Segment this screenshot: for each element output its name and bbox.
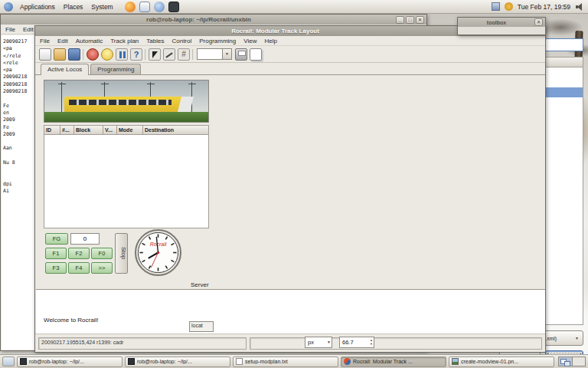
server-log-area[interactable]: Welcome to Rocrail! <box>36 289 545 334</box>
workspace-2[interactable] <box>572 357 585 366</box>
column-header-label: Block <box>76 127 90 133</box>
status-cell <box>250 337 542 350</box>
top-panel: ApplicationsPlacesSystem Tue Feb 17, 19:… <box>0 0 588 14</box>
copy-icon[interactable] <box>250 48 262 61</box>
notification-icon[interactable] <box>505 2 513 11</box>
show-desktop-icon[interactable] <box>2 356 15 366</box>
menu-item[interactable]: Edit <box>23 26 34 33</box>
menu-item[interactable]: File <box>5 26 15 33</box>
minimize-icon[interactable]: _ <box>396 16 404 24</box>
rocrail-statusbar: 20090217.195515,424 r1399: cadr <box>35 334 545 352</box>
taskbar-item-label: Rocrail: Modular Track ... <box>353 359 413 364</box>
spinner-arrows-icon: ▲▼ <box>370 338 373 346</box>
function-button[interactable]: F3 <box>45 262 67 274</box>
menu-item[interactable]: Track plan <box>110 38 139 44</box>
photo-grass <box>44 112 208 122</box>
column-header[interactable]: ID <box>44 125 60 135</box>
save-icon[interactable] <box>68 48 80 61</box>
menu-item[interactable]: Automatic <box>76 38 103 44</box>
fg-button[interactable]: FG <box>45 233 68 245</box>
terminal-icon <box>20 358 27 365</box>
desktop-screen: rob@rob-laptop: ~/lp/Rocrail/unxbin _ □ … <box>0 0 588 368</box>
panel-clock[interactable]: Tue Feb 17, 19:59 <box>518 3 570 11</box>
unit-combobox[interactable]: px ▼ <box>305 337 332 348</box>
workspace-switcher[interactable] <box>558 356 586 366</box>
lamp-icon[interactable] <box>101 48 113 61</box>
function-button[interactable]: >> <box>91 262 113 274</box>
column-header-label: Destination <box>145 127 174 133</box>
column-header-label: Mode <box>119 127 132 133</box>
new-icon[interactable] <box>39 48 51 61</box>
track-icon[interactable] <box>163 48 175 61</box>
terminal-launcher-icon[interactable] <box>168 2 179 12</box>
function-button-label: F3 <box>53 264 60 271</box>
taskbar-item-label: rob@rob-laptop: ~/lp/... <box>137 359 192 364</box>
stop-button[interactable]: Stop <box>115 233 128 274</box>
grid-icon[interactable] <box>178 48 190 61</box>
tab-label: Programming <box>97 66 134 73</box>
column-header[interactable]: V... <box>103 125 117 135</box>
taskbar-item[interactable]: create-modview-01.pn... <box>449 356 554 367</box>
panel-tray: Tue Feb 17, 19:59 <box>492 2 584 12</box>
gnome-menu-icon[interactable] <box>4 2 13 12</box>
loco-table-body[interactable] <box>44 135 209 228</box>
column-header[interactable]: Mode <box>117 125 143 135</box>
menu-item[interactable]: File <box>40 38 50 44</box>
catenary-pole <box>61 82 62 113</box>
rocrail-toolbar: ▼ <box>35 46 545 63</box>
locomotive-photo <box>44 80 209 123</box>
pause-icon[interactable] <box>116 48 128 61</box>
panel-menu[interactable]: Applications <box>20 3 55 11</box>
toolbox-window: toolbox × <box>457 17 546 35</box>
toolbox-titlebar[interactable]: toolbox × <box>458 18 545 27</box>
function-button-label: F0 <box>99 250 106 257</box>
zoom-combobox[interactable]: ▼ <box>197 48 232 60</box>
taskbar-item[interactable]: rob@rob-laptop: ~/lp/... <box>125 356 230 367</box>
menu-item[interactable]: View <box>243 38 256 44</box>
email-icon[interactable] <box>139 2 150 12</box>
function-button[interactable]: F2 <box>68 248 90 259</box>
panel-menu[interactable]: Places <box>64 3 83 11</box>
tab-label: Active Locos <box>47 66 82 73</box>
taskbar-item[interactable]: rob@rob-laptop: ~/lp/... <box>17 356 122 367</box>
function-button[interactable]: F4 <box>68 262 90 274</box>
column-header[interactable]: Block <box>74 125 103 135</box>
open-icon[interactable] <box>54 48 66 61</box>
menu-item[interactable]: Tables <box>146 38 164 44</box>
printer-icon[interactable] <box>235 48 247 61</box>
firefox-icon[interactable] <box>125 2 136 12</box>
loco-table-header: ID#...BlockV...ModeDestination <box>44 125 209 135</box>
terminal-titlebar[interactable]: rob@rob-laptop: ~/lp/Rocrail/unxbin _ □ … <box>1 15 426 25</box>
power-icon[interactable] <box>87 48 99 61</box>
help-icon[interactable] <box>154 2 165 12</box>
function-button-label: >> <box>99 264 106 271</box>
menu-item[interactable]: Edit <box>57 38 68 44</box>
question-icon[interactable] <box>130 48 142 61</box>
column-header[interactable]: #... <box>60 125 74 135</box>
tab[interactable]: Active Locos <box>41 64 89 75</box>
separator <box>192 49 194 60</box>
function-button[interactable]: F0 <box>91 248 113 259</box>
column-header[interactable]: Destination <box>143 125 209 135</box>
taskbar-item[interactable]: Rocrail: Modular Track ... <box>341 356 446 367</box>
pointer-icon[interactable] <box>149 48 161 61</box>
panel-menu[interactable]: System <box>91 3 113 11</box>
network-icon[interactable] <box>492 2 500 11</box>
rocrail-menubar: FileEditAutomaticTrack planTablesControl… <box>35 36 545 46</box>
function-button-label: F2 <box>76 250 83 257</box>
volume-icon[interactable] <box>575 2 584 12</box>
menu-item[interactable]: Control <box>172 38 191 44</box>
menu-item[interactable]: Help <box>264 38 276 44</box>
toolbox-body <box>458 27 545 34</box>
function-button[interactable]: F1 <box>45 248 67 259</box>
zoom-field[interactable]: 66.7 ▲▼ <box>339 337 374 348</box>
menu-item[interactable]: Programming <box>199 38 236 44</box>
workspace-1[interactable] <box>559 357 572 366</box>
speed-value-field[interactable]: 0 <box>70 233 100 245</box>
maximize-icon[interactable]: □ <box>406 16 414 24</box>
unit-value: px <box>308 339 314 346</box>
taskbar-item[interactable]: setup-modplan.txt <box>233 356 338 367</box>
close-icon[interactable]: × <box>416 16 424 24</box>
close-icon[interactable]: × <box>534 18 543 26</box>
tab[interactable]: Programming <box>90 64 141 74</box>
